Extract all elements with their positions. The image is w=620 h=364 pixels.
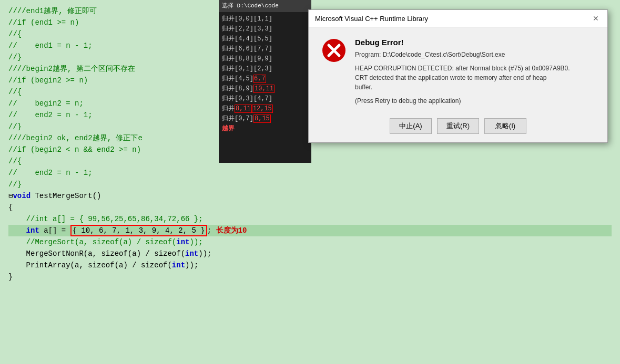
console-line-8: 归并[8,9]10,11 [222, 84, 308, 94]
code-line-23: PrintArray(a, sizeof(a) / sizeof(int)); [8, 259, 612, 271]
dialog-message: HEAP CORRUPTION DETECTED: after Normal b… [355, 64, 595, 92]
code-line-24: } [8, 271, 612, 283]
console-line-9: 归并[0,3][4,7] [222, 94, 308, 104]
code-line-21: //MergeSort(a, sizeof(a) / sizeof(int)); [8, 236, 612, 248]
error-dialog: Microsoft Visual C++ Runtime Library ✕ D… [308, 9, 608, 143]
code-line-18: { [8, 202, 612, 213]
dialog-titlebar: Microsoft Visual C++ Runtime Library ✕ [309, 10, 607, 27]
dialog-close-button[interactable]: ✕ [591, 13, 601, 24]
console-line-6: 归并[0,1][2,3] [222, 64, 308, 74]
dialog-content: Debug Error! Program: D:\Code\code_C\tes… [355, 38, 595, 105]
console-line-2: 归并[2,2][3,3] [222, 24, 308, 34]
console-line-1: 归并[0,0][1,1] [222, 14, 308, 24]
console-line-11: 归并[0,7]8,15 [222, 114, 308, 124]
dialog-title: Microsoft Visual C++ Runtime Library [315, 15, 428, 23]
console-title: 选择 D:\Code\code [219, 0, 311, 12]
console-line-overflow: 越界 [222, 124, 308, 134]
error-icon [321, 38, 347, 63]
code-line-19: //int a[] = { 99,56,25,65,86,34,72,66 }; [8, 213, 612, 225]
console-panel: 选择 D:\Code\code 归并[0,0][1,1] 归并[2,2][3,3… [219, 0, 311, 163]
retry-button[interactable]: 重试(R) [437, 118, 479, 134]
dialog-error-title: Debug Error! [355, 38, 595, 47]
code-line-17: ⊟void TestMergeSort() [8, 190, 612, 202]
ignore-button[interactable]: 忽略(I) [484, 118, 526, 134]
console-line-3: 归并[4,4][5,5] [222, 34, 308, 44]
code-line-22: MergeSortNonR(a, sizeof(a) / sizeof(int)… [8, 248, 612, 259]
console-line-7: 归并[4,5]6,7 [222, 74, 308, 84]
dialog-press: (Press Retry to debug the application) [355, 97, 595, 105]
console-line-10: 归并8,1112,15 [222, 104, 308, 114]
code-line-16: //} [8, 179, 612, 190]
code-line-15: // end2 = n - 1; [8, 167, 612, 179]
dialog-buttons: 中止(A) 重试(R) 忽略(I) [309, 113, 607, 142]
abort-button[interactable]: 中止(A) [390, 118, 432, 134]
code-line-20: int a[] = { 10, 6, 7, 1, 3, 9, 4, 2, 5 }… [8, 225, 612, 236]
dialog-program: Program: D:\Code\code_C\test.c\Sort\Debu… [355, 51, 595, 58]
console-line-4: 归并[6,6][7,7] [222, 44, 308, 54]
console-line-5: 归并[8,8][9,9] [222, 54, 308, 64]
dialog-body: Debug Error! Program: D:\Code\code_C\tes… [309, 27, 607, 113]
